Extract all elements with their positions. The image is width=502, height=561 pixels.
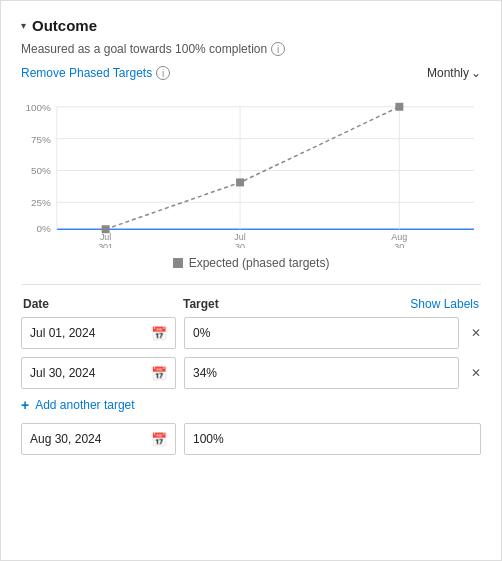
- legend-square: [173, 258, 183, 268]
- date-input-1[interactable]: Jul 01, 2024 📅: [21, 317, 176, 349]
- svg-text:Jul: Jul: [100, 232, 111, 242]
- svg-text:50%: 50%: [31, 165, 51, 176]
- controls-row: Remove Phased Targets i Monthly ⌄: [21, 66, 481, 80]
- svg-text:0%: 0%: [36, 223, 51, 234]
- svg-text:Jul: Jul: [234, 232, 245, 242]
- field-row-1: Jul 01, 2024 📅 0% ✕: [21, 317, 481, 349]
- date-column-header: Date: [23, 297, 183, 311]
- svg-text:Aug: Aug: [391, 232, 407, 242]
- section-header: ▾ Outcome: [21, 17, 481, 34]
- monthly-label: Monthly: [427, 66, 469, 80]
- remove-row-1-button[interactable]: ✕: [471, 327, 481, 339]
- svg-text:75%: 75%: [31, 134, 51, 145]
- final-target-value: 100%: [193, 432, 224, 446]
- divider: [21, 284, 481, 285]
- calendar-icon-2[interactable]: 📅: [151, 366, 167, 381]
- final-row: Aug 30, 2024 📅 100%: [21, 423, 481, 455]
- monthly-chevron-icon: ⌄: [471, 66, 481, 80]
- calendar-icon-1[interactable]: 📅: [151, 326, 167, 341]
- remove-phased-text: Remove Phased Targets: [21, 66, 152, 80]
- target-value-1: 0%: [193, 326, 210, 340]
- svg-text:100%: 100%: [25, 102, 51, 113]
- final-date-input[interactable]: Aug 30, 2024 📅: [21, 423, 176, 455]
- target-input-1[interactable]: 0%: [184, 317, 459, 349]
- legend-label: Expected (phased targets): [189, 256, 330, 270]
- chart-svg: 100% 75% 50% 25% 0% Jul 301 Jul: [21, 88, 481, 248]
- chevron-icon[interactable]: ▾: [21, 20, 26, 31]
- remove-row-2-button[interactable]: ✕: [471, 367, 481, 379]
- add-target-row[interactable]: + Add another target: [21, 397, 481, 413]
- final-calendar-icon[interactable]: 📅: [151, 432, 167, 447]
- final-target-input[interactable]: 100%: [184, 423, 481, 455]
- show-labels-link[interactable]: Show Labels: [410, 297, 479, 311]
- svg-text:25%: 25%: [31, 197, 51, 208]
- plus-icon: +: [21, 397, 29, 413]
- outcome-card: ▾ Outcome Measured as a goal towards 100…: [0, 0, 502, 561]
- target-value-2: 34%: [193, 366, 217, 380]
- svg-rect-15: [395, 103, 403, 111]
- info-icon[interactable]: i: [271, 42, 285, 56]
- svg-text:301: 301: [98, 242, 113, 248]
- target-input-2[interactable]: 34%: [184, 357, 459, 389]
- add-target-label: Add another target: [35, 398, 134, 412]
- subtitle-row: Measured as a goal towards 100% completi…: [21, 42, 481, 56]
- remove-info-icon[interactable]: i: [156, 66, 170, 80]
- remove-phased-link[interactable]: Remove Phased Targets i: [21, 66, 170, 80]
- svg-text:30: 30: [235, 242, 245, 248]
- field-row-2: Jul 30, 2024 📅 34% ✕: [21, 357, 481, 389]
- svg-rect-14: [236, 178, 244, 186]
- final-date-value: Aug 30, 2024: [30, 432, 101, 446]
- chart-legend: Expected (phased targets): [21, 256, 481, 270]
- fields-header: Date Target Show Labels: [21, 297, 481, 311]
- date-value-2: Jul 30, 2024: [30, 366, 95, 380]
- section-title: Outcome: [32, 17, 97, 34]
- subtitle-text: Measured as a goal towards 100% completi…: [21, 42, 267, 56]
- monthly-dropdown[interactable]: Monthly ⌄: [427, 66, 481, 80]
- target-column-header: Target: [183, 297, 410, 311]
- date-input-2[interactable]: Jul 30, 2024 📅: [21, 357, 176, 389]
- chart-container: 100% 75% 50% 25% 0% Jul 301 Jul: [21, 88, 481, 248]
- svg-text:30: 30: [394, 242, 404, 248]
- date-value-1: Jul 01, 2024: [30, 326, 95, 340]
